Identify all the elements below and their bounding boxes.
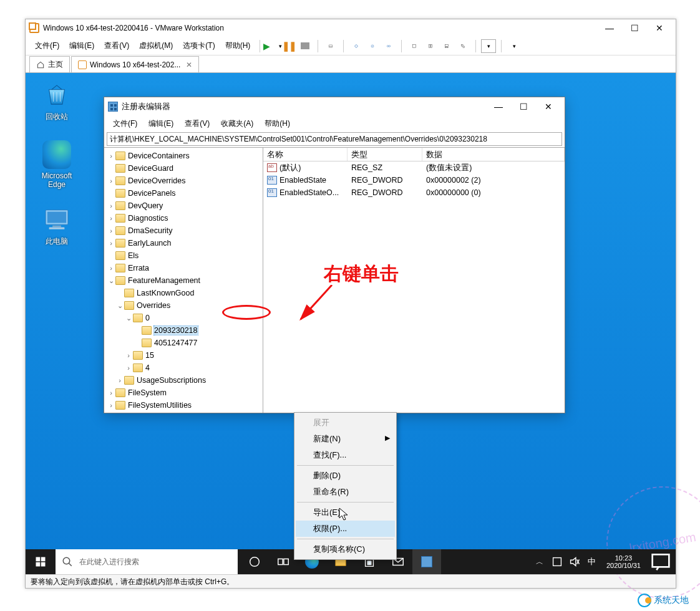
menu-vm[interactable]: 虚拟机(M) bbox=[135, 39, 177, 53]
menu-edit[interactable]: 编辑(E) bbox=[65, 39, 99, 53]
col-name[interactable]: 名称 bbox=[263, 148, 348, 161]
recycle-bin-icon bbox=[42, 80, 71, 109]
tree-item[interactable]: 15 bbox=[145, 351, 154, 360]
close-button[interactable]: ✕ bbox=[647, 19, 672, 37]
tree-item[interactable]: 0 bbox=[145, 314, 150, 322]
re-menu-fav[interactable]: 收藏夹(A) bbox=[216, 117, 258, 130]
tree-item[interactable]: Overrides bbox=[137, 301, 170, 310]
regedit-address[interactable]: 计算机\HKEY_LOCAL_MACHINE\SYSTEM\ControlSet… bbox=[107, 132, 562, 146]
tab-home[interactable]: 主页 bbox=[29, 56, 70, 72]
desktop-icon-recycle[interactable]: 回收站 bbox=[34, 80, 79, 122]
guest-desktop[interactable]: 回收站 Microsoft Edge 此电脑 注册表编辑器 — ☐ ✕ bbox=[26, 73, 676, 574]
minimize-button[interactable]: — bbox=[597, 19, 622, 37]
tray-overflow[interactable]: ︿ bbox=[533, 555, 547, 569]
action-center[interactable] bbox=[648, 549, 673, 574]
clock-date: 2020/10/31 bbox=[606, 562, 641, 569]
tree-item[interactable]: Errata bbox=[128, 264, 149, 272]
desktop-icon-pc[interactable]: 此电脑 bbox=[34, 205, 79, 247]
pause-button[interactable]: ❚❚ bbox=[281, 39, 296, 53]
registry-tree[interactable]: ›DeviceContainers DeviceGuard ›DeviceOve… bbox=[104, 148, 263, 413]
svg-rect-10 bbox=[447, 47, 449, 47]
ctx-permissions[interactable]: 权限(P)... bbox=[296, 521, 395, 537]
clock-time: 10:23 bbox=[606, 554, 641, 562]
ctx-delete[interactable]: 删除(D) bbox=[296, 468, 395, 484]
tree-item[interactable]: Diagnostics bbox=[128, 214, 168, 223]
vmware-titlebar: Windows 10 x64-test-20200416 - VMware Wo… bbox=[26, 19, 676, 37]
dword-value-icon bbox=[267, 188, 277, 197]
svg-rect-22 bbox=[36, 562, 41, 567]
tab-home-label: 主页 bbox=[48, 59, 63, 70]
tree-item[interactable]: DevQuery bbox=[128, 201, 163, 210]
value-row[interactable]: EnabledStateREG_DWORD0x00000002 (2) bbox=[263, 174, 565, 186]
tray-volume[interactable] bbox=[568, 555, 581, 569]
cortana-button[interactable] bbox=[240, 549, 269, 574]
tree-item[interactable]: DeviceOverrides bbox=[128, 176, 185, 185]
snapshot-revert-icon[interactable] bbox=[365, 39, 380, 53]
tree-item[interactable]: DevicePanels bbox=[128, 189, 175, 198]
col-type[interactable]: 类型 bbox=[348, 148, 422, 161]
stop-button[interactable] bbox=[298, 39, 313, 53]
ctx-rename[interactable]: 重命名(R) bbox=[296, 484, 395, 500]
svg-rect-11 bbox=[462, 44, 464, 46]
tree-item[interactable]: EarlyLaunch bbox=[128, 239, 172, 248]
svg-point-3 bbox=[387, 45, 389, 47]
menu-view[interactable]: 查看(V) bbox=[100, 39, 134, 53]
tree-item[interactable]: LastKnownGood bbox=[137, 289, 194, 297]
view-tiled-icon[interactable] bbox=[423, 39, 438, 53]
stretch-button[interactable]: ▾ bbox=[507, 39, 522, 53]
tab-vm[interactable]: Windows 10 x64-test-202... ✕ bbox=[71, 56, 199, 72]
regedit-menubar: 文件(F) 编辑(E) 查看(V) 收藏夹(A) 帮助(H) bbox=[104, 116, 565, 131]
start-button[interactable] bbox=[26, 549, 56, 574]
re-menu-view[interactable]: 查看(V) bbox=[180, 117, 215, 130]
tree-item[interactable]: FeatureManagement bbox=[128, 276, 200, 285]
re-menu-edit[interactable]: 编辑(E) bbox=[143, 117, 178, 130]
tree-item[interactable]: DeviceGuard bbox=[128, 164, 173, 173]
tree-item[interactable]: FileSystem bbox=[128, 388, 167, 397]
re-menu-file[interactable]: 文件(F) bbox=[108, 117, 142, 130]
regedit-min-button[interactable]: — bbox=[486, 98, 511, 115]
ctx-find[interactable]: 查找(F)... bbox=[296, 447, 395, 463]
menu-help[interactable]: 帮助(H) bbox=[221, 39, 255, 53]
tree-item-selected[interactable]: 2093230218 bbox=[154, 326, 198, 335]
fullscreen-button[interactable]: ▾ bbox=[481, 39, 496, 53]
string-value-icon bbox=[267, 163, 277, 172]
tree-item[interactable]: FileSystemUtilities bbox=[128, 401, 192, 410]
tree-item[interactable]: DeviceContainers bbox=[128, 152, 190, 160]
taskbar-regedit[interactable] bbox=[412, 549, 441, 574]
value-row[interactable]: (默认)REG_SZ(数值未设置) bbox=[263, 161, 565, 174]
desktop-icon-edge[interactable]: Microsoft Edge bbox=[34, 140, 79, 189]
col-data[interactable]: 数据 bbox=[422, 148, 565, 161]
tray-vmtools[interactable] bbox=[550, 555, 564, 569]
view-single-icon[interactable] bbox=[407, 39, 422, 53]
regedit-max-button[interactable]: ☐ bbox=[511, 98, 536, 115]
view-thumbnail-icon[interactable] bbox=[439, 39, 454, 53]
svg-point-24 bbox=[63, 557, 70, 564]
power-dropdown-button[interactable]: ▶▾ bbox=[265, 39, 280, 53]
snapshot-manage-icon[interactable] bbox=[381, 39, 396, 53]
re-menu-help[interactable]: 帮助(H) bbox=[260, 117, 295, 130]
taskbar-search[interactable]: 在此键入进行搜索 bbox=[56, 549, 238, 574]
tree-item[interactable]: UsageSubscriptions bbox=[137, 376, 206, 385]
snapshot-take-icon[interactable] bbox=[349, 39, 364, 53]
tab-close-icon[interactable]: ✕ bbox=[186, 60, 192, 69]
ctx-new[interactable]: 新建(N)▶ bbox=[296, 431, 395, 447]
menu-tabs[interactable]: 选项卡(T) bbox=[178, 39, 219, 53]
svg-point-1 bbox=[355, 45, 357, 47]
ctx-copy-key-name[interactable]: 复制项名称(C) bbox=[296, 541, 395, 557]
tree-item[interactable]: 4 bbox=[145, 363, 150, 372]
svg-rect-7 bbox=[431, 44, 432, 47]
maximize-button[interactable]: ☐ bbox=[622, 19, 647, 37]
svg-rect-23 bbox=[41, 562, 46, 567]
edge-label: Microsoft Edge bbox=[34, 171, 79, 189]
tree-item[interactable]: DmaSecurity bbox=[128, 226, 173, 235]
tray-ime[interactable]: 中 bbox=[585, 555, 599, 569]
snapshot-button[interactable] bbox=[323, 39, 338, 53]
menu-file[interactable]: 文件(F) bbox=[31, 39, 64, 53]
tree-item[interactable]: Els bbox=[128, 251, 139, 260]
tree-item[interactable]: 4051247477 bbox=[154, 339, 198, 347]
regedit-close-button[interactable]: ✕ bbox=[536, 98, 561, 115]
value-row[interactable]: EnabledStateO...REG_DWORD0x00000000 (0) bbox=[263, 186, 565, 199]
unity-icon[interactable] bbox=[455, 39, 470, 53]
system-tray: ︿ 中 10:23 2020/10/31 bbox=[533, 549, 676, 574]
tray-clock[interactable]: 10:23 2020/10/31 bbox=[603, 554, 644, 569]
